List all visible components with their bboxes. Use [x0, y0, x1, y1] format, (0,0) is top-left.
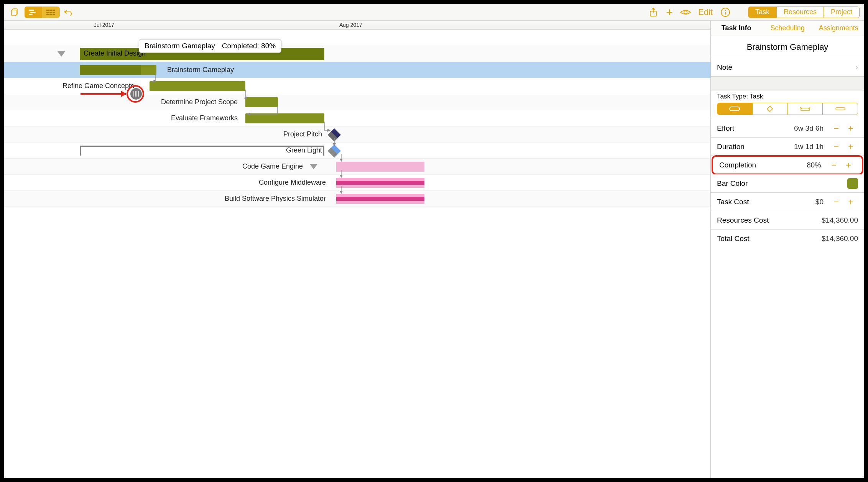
gantt-tooltip: Brainstorm Gameplay Completed: 80% [139, 39, 281, 53]
svg-rect-10 [53, 12, 55, 13]
gantt-bar-label: Determine Project Scope [92, 98, 238, 106]
svg-rect-5 [46, 10, 49, 11]
toolbar: + Edit Task Resources Project [4, 4, 582, 21]
completion-drag-handle[interactable] [130, 88, 142, 100]
svg-rect-1 [12, 10, 16, 16]
gantt-row-task[interactable]: Refine Game Concepts [4, 78, 582, 94]
gantt-timeline-header: Jul 2017 Aug 2017 [4, 21, 582, 30]
gantt-row-milestone[interactable]: Project Pitch [4, 126, 582, 143]
svg-rect-6 [49, 10, 52, 11]
gantt-bar-label: Evaluate Frameworks [92, 114, 238, 122]
gantt-rows: Create Initial Design [ ||| Brainstorm G… [4, 30, 582, 322]
gantt-row-task[interactable]: Configure Middleware [4, 175, 582, 191]
gantt-task-bar[interactable] [336, 178, 424, 188]
gantt-group-bar[interactable] [336, 162, 424, 172]
gantt-task-bar[interactable] [245, 113, 324, 123]
timeline-month: Jul 2017 [94, 22, 114, 28]
svg-rect-4 [29, 14, 33, 15]
gantt-task-bar[interactable] [245, 97, 278, 107]
milestone-icon[interactable] [328, 144, 341, 157]
svg-rect-2 [29, 10, 34, 11]
gantt-bar-label: Configure Middleware [180, 179, 326, 187]
gantt-bar-completion-fill [80, 65, 141, 75]
undo-icon[interactable] [63, 7, 76, 18]
gantt-row-task[interactable]: Evaluate Frameworks [4, 110, 582, 126]
timeline-month: Aug 2017 [339, 22, 362, 28]
gantt-chart[interactable]: Jul 2017 Aug 2017 Create Initial Design [4, 21, 582, 322]
gantt-bar-label: Green Light [176, 146, 322, 154]
gantt-row-hammock[interactable]: Green Light [4, 143, 582, 159]
view-mode-grid[interactable] [42, 7, 60, 18]
gantt-task-bar[interactable]: [ ||| [80, 65, 156, 75]
tooltip-completion: Completed: 80% [222, 42, 276, 50]
app-window: + Edit Task Resources Project Jul 2017 A… [4, 4, 582, 322]
svg-rect-9 [49, 12, 52, 13]
gantt-bar-label: Build Software Physics Simulator [180, 195, 326, 203]
gantt-task-bar[interactable] [150, 81, 245, 91]
gantt-row-task[interactable]: Build Software Physics Simulator [4, 191, 582, 207]
svg-rect-11 [46, 14, 49, 15]
gantt-task-bar[interactable] [336, 194, 424, 204]
gantt-row-spacer [4, 30, 582, 46]
disclosure-triangle-icon[interactable] [58, 51, 65, 57]
svg-rect-13 [53, 14, 55, 15]
gantt-bar-label: Project Pitch [176, 130, 322, 138]
gantt-bar-label: Brainstorm Gameplay [167, 66, 234, 74]
gantt-row-group[interactable]: Code Game Engine [4, 159, 582, 175]
tooltip-task-name: Brainstorm Gameplay [145, 42, 215, 50]
gantt-row-group[interactable]: Create Initial Design [4, 46, 582, 62]
gantt-row-task[interactable]: [ ||| Brainstorm Gameplay [4, 62, 582, 78]
body: Jul 2017 Aug 2017 Create Initial Design [4, 21, 582, 322]
view-mode-segmented[interactable] [25, 7, 60, 18]
svg-rect-8 [46, 12, 49, 13]
svg-rect-3 [30, 12, 36, 13]
view-mode-gantt[interactable] [25, 7, 42, 18]
milestone-icon[interactable] [328, 128, 341, 141]
svg-rect-12 [49, 14, 52, 15]
documents-icon[interactable] [8, 7, 21, 18]
gantt-row-task[interactable]: Determine Project Scope [4, 94, 582, 110]
disclosure-triangle-icon[interactable] [310, 164, 317, 169]
svg-rect-7 [53, 10, 55, 11]
gantt-bar-label: Refine Game Concepts [4, 82, 134, 90]
gantt-bar-label: Code Game Engine [157, 162, 303, 171]
